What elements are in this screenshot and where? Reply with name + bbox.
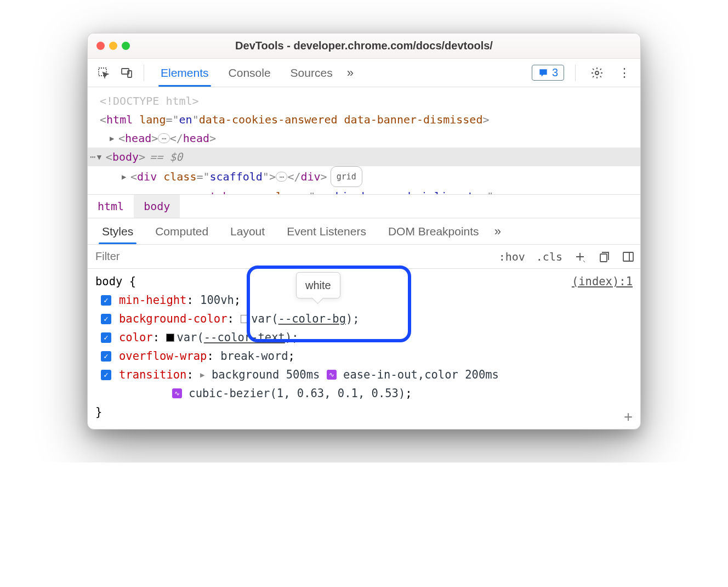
svg-point-3 bbox=[595, 71, 599, 75]
styles-filter-input[interactable] bbox=[88, 245, 493, 268]
tab-styles[interactable]: Styles bbox=[91, 218, 144, 244]
prop-overflow-wrap[interactable]: overflow-wrap: break-word; bbox=[95, 347, 633, 365]
prop-min-height[interactable]: min-height: 100vh; bbox=[95, 291, 633, 309]
color-swatch-icon[interactable] bbox=[166, 334, 174, 342]
minimize-window-button[interactable] bbox=[109, 42, 117, 50]
message-icon bbox=[538, 67, 549, 78]
add-property-icon[interactable]: + bbox=[624, 407, 633, 426]
prop-color[interactable]: color: var(--color-text); bbox=[95, 328, 633, 347]
styles-rules-panel: body { (index):1 min-height: 100vh; back… bbox=[88, 269, 640, 429]
tab-elements[interactable]: Elements bbox=[151, 59, 219, 87]
inspect-element-icon[interactable] bbox=[93, 63, 114, 83]
prop-transition-cont[interactable]: ∿ cubic-bezier(1, 0.63, 0.1, 0.53); bbox=[95, 384, 633, 403]
window-titlebar: DevTools - developer.chrome.com/docs/dev… bbox=[88, 33, 640, 59]
property-checkbox[interactable] bbox=[101, 370, 111, 380]
separator bbox=[575, 65, 576, 81]
traffic-lights bbox=[88, 42, 130, 50]
more-menu-icon[interactable]: ⋮ bbox=[614, 63, 635, 83]
property-checkbox[interactable] bbox=[101, 351, 111, 362]
tab-dom-breakpoints[interactable]: DOM Breakpoints bbox=[377, 218, 490, 244]
crumb-html[interactable]: html bbox=[88, 195, 134, 218]
rule-close-brace: } bbox=[95, 403, 633, 421]
source-link[interactable]: (index):1 bbox=[572, 272, 633, 291]
dom-html-element[interactable]: <html lang="en" data-cookies-answered da… bbox=[88, 110, 640, 129]
crumb-body[interactable]: body bbox=[134, 195, 180, 218]
main-toolbar: Elements Console Sources » 3 ⋮ bbox=[88, 59, 640, 87]
new-style-rule-icon[interactable] bbox=[568, 245, 592, 268]
svg-rect-5 bbox=[623, 252, 633, 261]
panel-tabs: Elements Console Sources » bbox=[151, 59, 358, 87]
dom-div-scaffold[interactable]: ▶<div class="scaffold">⋯</div>grid bbox=[88, 166, 640, 187]
settings-icon[interactable] bbox=[587, 63, 607, 83]
styles-filter-bar: :hov .cls bbox=[88, 245, 640, 269]
more-styles-tabs-icon[interactable]: » bbox=[490, 224, 505, 239]
issues-badge[interactable]: 3 bbox=[532, 65, 564, 81]
dom-head-element[interactable]: ▶<head>⋯</head> bbox=[88, 129, 640, 148]
property-checkbox[interactable] bbox=[101, 332, 111, 343]
dom-body-element[interactable]: ⋯▼<body>== $0 bbox=[88, 148, 640, 166]
class-toggle[interactable]: .cls bbox=[531, 245, 568, 268]
tab-console[interactable]: Console bbox=[219, 59, 281, 87]
maximize-window-button[interactable] bbox=[122, 42, 130, 50]
dom-doctype[interactable]: <!DOCTYPE html> bbox=[88, 92, 640, 110]
copy-styles-icon[interactable] bbox=[592, 245, 616, 268]
color-tooltip: white bbox=[296, 272, 340, 298]
color-swatch-icon[interactable] bbox=[241, 315, 249, 323]
issues-count: 3 bbox=[552, 66, 558, 79]
tab-event-listeners[interactable]: Event Listeners bbox=[276, 218, 377, 244]
styles-panel-tabs: Styles Computed Layout Event Listeners D… bbox=[88, 218, 640, 245]
devtools-window: DevTools - developer.chrome.com/docs/dev… bbox=[87, 33, 641, 430]
device-toggle-icon[interactable] bbox=[116, 63, 137, 83]
tab-sources[interactable]: Sources bbox=[281, 59, 343, 87]
dom-breadcrumb: html body bbox=[88, 194, 640, 218]
prop-background-color[interactable]: background-color: var(--color-bg); bbox=[95, 309, 633, 328]
tab-layout[interactable]: Layout bbox=[219, 218, 276, 244]
toggle-sidebar-icon[interactable] bbox=[616, 245, 640, 268]
more-tabs-icon[interactable]: » bbox=[343, 66, 358, 80]
window-title: DevTools - developer.chrome.com/docs/dev… bbox=[88, 39, 640, 52]
dom-announcement-banner[interactable]: ▶<announcement-banner class="cookie-bann… bbox=[88, 187, 640, 194]
easing-editor-icon[interactable]: ∿ bbox=[327, 370, 337, 380]
close-window-button[interactable] bbox=[96, 42, 105, 50]
css-var-link[interactable]: --color-bg bbox=[278, 312, 346, 325]
expand-shorthand-icon[interactable]: ▶ bbox=[200, 365, 204, 384]
hover-toggle[interactable]: :hov bbox=[493, 245, 531, 268]
separator bbox=[144, 65, 144, 81]
prop-transition[interactable]: transition: ▶ background 500ms ∿ ease-in… bbox=[95, 365, 633, 384]
easing-editor-icon[interactable]: ∿ bbox=[172, 388, 182, 398]
tab-computed[interactable]: Computed bbox=[144, 218, 219, 244]
grid-badge[interactable]: grid bbox=[331, 166, 362, 187]
rule-selector[interactable]: body { bbox=[95, 272, 136, 291]
css-var-link[interactable]: --color-text bbox=[204, 331, 285, 344]
dom-tree[interactable]: <!DOCTYPE html> <html lang="en" data-coo… bbox=[88, 87, 640, 194]
svg-rect-4 bbox=[600, 254, 607, 262]
property-checkbox[interactable] bbox=[101, 314, 111, 324]
property-checkbox[interactable] bbox=[101, 295, 111, 306]
